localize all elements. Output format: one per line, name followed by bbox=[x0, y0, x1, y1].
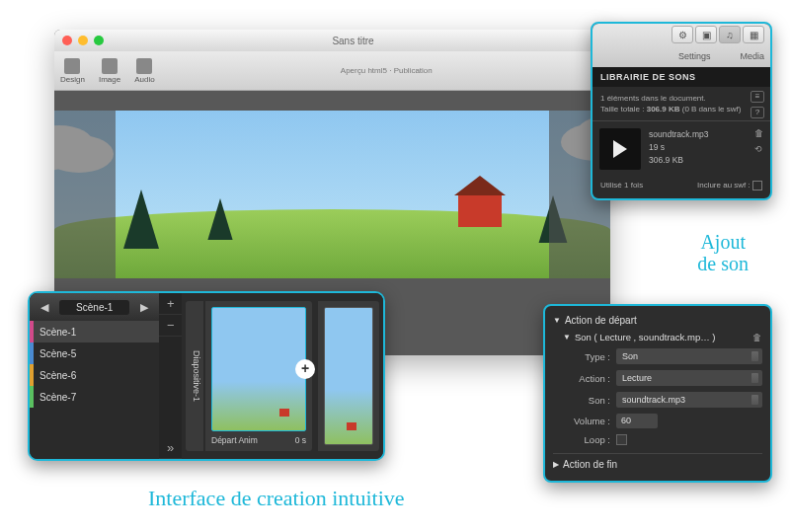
annotation-interface: Interface de creation intuitive bbox=[148, 487, 405, 510]
tool-design[interactable]: Design bbox=[60, 58, 85, 84]
titlebar: Sans titre bbox=[54, 30, 610, 51]
action-select[interactable]: Lecture bbox=[616, 370, 762, 386]
end-action-header[interactable]: ▶Action de fin bbox=[553, 456, 762, 473]
help-icon[interactable]: ? bbox=[750, 107, 764, 118]
refresh-icon[interactable]: ⟲ bbox=[754, 144, 763, 154]
close-icon[interactable] bbox=[62, 36, 72, 45]
type-select[interactable]: Son bbox=[616, 348, 762, 364]
slide-label[interactable]: Diapositive-1 bbox=[186, 301, 203, 451]
prev-scene-button[interactable]: ◀ bbox=[36, 299, 53, 315]
remove-scene-button[interactable]: − bbox=[159, 315, 182, 337]
scene-item[interactable]: Scène-5 bbox=[30, 342, 159, 364]
start-action-header[interactable]: ▼Action de départ bbox=[553, 312, 762, 329]
window-title: Sans titre bbox=[104, 36, 602, 46]
annotation-sound: Ajout de son bbox=[697, 231, 749, 274]
tool-image[interactable]: Image bbox=[99, 58, 120, 84]
scene-panel: ◀ Scène-1 ▶ Scène-1 Scène-5 Scène-6 Scèn… bbox=[28, 291, 385, 461]
minimize-icon[interactable] bbox=[78, 36, 88, 45]
sound-select[interactable]: soundtrack.mp3 bbox=[616, 392, 762, 408]
add-slide-icon[interactable]: + bbox=[295, 359, 315, 379]
track-size: 306.9 KB bbox=[649, 154, 747, 167]
slide-thumbnail-next[interactable] bbox=[318, 301, 379, 451]
scene-item[interactable]: Scène-6 bbox=[30, 364, 159, 386]
more-scenes-button[interactable]: » bbox=[159, 437, 182, 459]
gear-icon[interactable]: ⚙ bbox=[672, 26, 693, 43]
music-icon[interactable]: ♫ bbox=[719, 26, 741, 43]
image-icon[interactable]: ▦ bbox=[743, 26, 764, 43]
library-summary: 1 éléments dans le document. Taille tota… bbox=[592, 87, 770, 121]
slide-thumbnail[interactable]: + Départ Anim 0 s bbox=[205, 301, 312, 451]
tab-media[interactable]: Media bbox=[740, 51, 764, 61]
scene-item[interactable]: Scène-1 bbox=[30, 321, 159, 342]
scene-preview bbox=[54, 111, 610, 278]
slide-time: 0 s bbox=[295, 435, 306, 445]
track-used: Utilisé 1 fois bbox=[600, 181, 643, 190]
add-scene-button[interactable]: + bbox=[159, 293, 182, 315]
sound-library-panel: ⚙ ▣ ♫ ▦ Settings Media LIBRAIRIE DE SONS… bbox=[591, 22, 772, 200]
traffic-lights[interactable] bbox=[62, 36, 104, 45]
next-scene-button[interactable]: ▶ bbox=[135, 299, 153, 315]
scene-list: Scène-1 Scène-5 Scène-6 Scène-7 bbox=[30, 321, 159, 459]
toolbar-center: Aperçu html5 · Publication bbox=[169, 66, 604, 75]
play-icon[interactable] bbox=[599, 128, 641, 170]
volume-input[interactable]: 60 bbox=[616, 414, 658, 428]
trash-icon[interactable]: 🗑 bbox=[752, 332, 762, 342]
trash-icon[interactable]: 🗑 bbox=[754, 128, 763, 138]
sound-track-row[interactable]: soundtrack.mp3 19 s 306.9 KB 🗑 ⟲ bbox=[592, 121, 770, 177]
sound-action-header[interactable]: ▼Son ( Lecture , soundtrack.mp… )🗑 bbox=[553, 329, 762, 345]
loop-checkbox[interactable] bbox=[616, 434, 627, 445]
track-duration: 19 s bbox=[649, 141, 747, 154]
action-panel: ▼Action de départ ▼Son ( Lecture , sound… bbox=[543, 304, 772, 483]
include-swf-checkbox[interactable] bbox=[752, 181, 762, 190]
toolbar: Design Image Audio Aperçu html5 · Public… bbox=[54, 51, 610, 91]
current-scene[interactable]: Scène-1 bbox=[59, 300, 129, 315]
slide-caption: Départ Anim bbox=[211, 435, 258, 445]
scene-actions: + − » bbox=[159, 293, 182, 459]
tab-settings[interactable]: Settings bbox=[678, 51, 711, 61]
track-name: soundtrack.mp3 bbox=[649, 128, 747, 141]
tool-audio[interactable]: Audio bbox=[134, 58, 154, 84]
scene-item[interactable]: Scène-7 bbox=[30, 386, 159, 408]
sound-library-header: LIBRAIRIE DE SONS bbox=[592, 67, 770, 87]
zoom-icon[interactable] bbox=[94, 36, 104, 45]
list-icon[interactable]: ≡ bbox=[750, 91, 764, 103]
canvas-mask-left bbox=[54, 111, 116, 278]
camera-icon[interactable]: ▣ bbox=[695, 26, 717, 43]
